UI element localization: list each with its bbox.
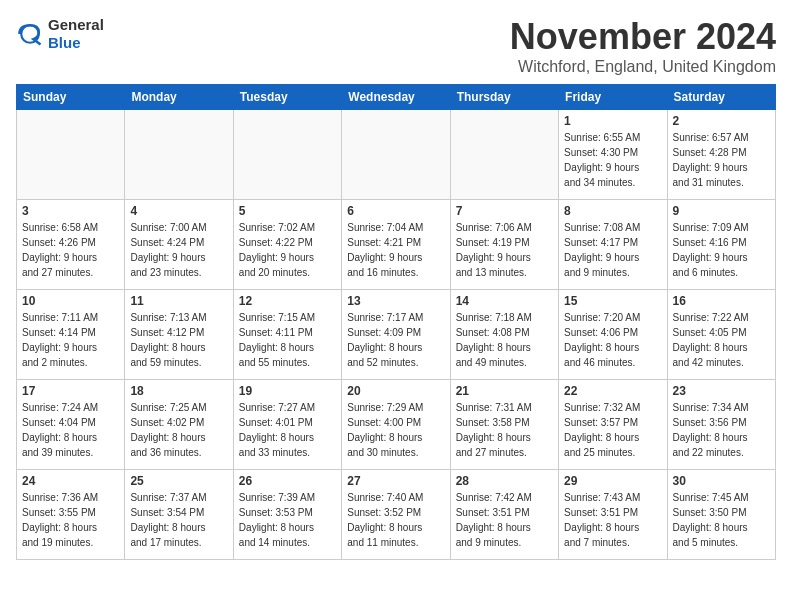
calendar-cell: 16Sunrise: 7:22 AM Sunset: 4:05 PM Dayli…: [667, 290, 775, 380]
calendar-cell: 13Sunrise: 7:17 AM Sunset: 4:09 PM Dayli…: [342, 290, 450, 380]
day-info: Sunrise: 7:42 AM Sunset: 3:51 PM Dayligh…: [456, 490, 553, 550]
calendar-cell: 14Sunrise: 7:18 AM Sunset: 4:08 PM Dayli…: [450, 290, 558, 380]
day-info: Sunrise: 7:36 AM Sunset: 3:55 PM Dayligh…: [22, 490, 119, 550]
calendar-cell: [233, 110, 341, 200]
day-number: 5: [239, 204, 336, 218]
day-number: 15: [564, 294, 661, 308]
day-info: Sunrise: 7:34 AM Sunset: 3:56 PM Dayligh…: [673, 400, 770, 460]
weekday-header: Sunday: [17, 85, 125, 110]
calendar-cell: 6Sunrise: 7:04 AM Sunset: 4:21 PM Daylig…: [342, 200, 450, 290]
calendar-cell: 20Sunrise: 7:29 AM Sunset: 4:00 PM Dayli…: [342, 380, 450, 470]
day-info: Sunrise: 7:00 AM Sunset: 4:24 PM Dayligh…: [130, 220, 227, 280]
day-number: 28: [456, 474, 553, 488]
day-number: 19: [239, 384, 336, 398]
calendar-cell: [125, 110, 233, 200]
day-number: 4: [130, 204, 227, 218]
day-info: Sunrise: 7:15 AM Sunset: 4:11 PM Dayligh…: [239, 310, 336, 370]
calendar-cell: 7Sunrise: 7:06 AM Sunset: 4:19 PM Daylig…: [450, 200, 558, 290]
day-info: Sunrise: 7:11 AM Sunset: 4:14 PM Dayligh…: [22, 310, 119, 370]
calendar-cell: 30Sunrise: 7:45 AM Sunset: 3:50 PM Dayli…: [667, 470, 775, 560]
calendar-cell: 18Sunrise: 7:25 AM Sunset: 4:02 PM Dayli…: [125, 380, 233, 470]
calendar-cell: 19Sunrise: 7:27 AM Sunset: 4:01 PM Dayli…: [233, 380, 341, 470]
day-number: 12: [239, 294, 336, 308]
calendar-cell: 12Sunrise: 7:15 AM Sunset: 4:11 PM Dayli…: [233, 290, 341, 380]
day-info: Sunrise: 6:58 AM Sunset: 4:26 PM Dayligh…: [22, 220, 119, 280]
calendar-cell: 5Sunrise: 7:02 AM Sunset: 4:22 PM Daylig…: [233, 200, 341, 290]
calendar-cell: 15Sunrise: 7:20 AM Sunset: 4:06 PM Dayli…: [559, 290, 667, 380]
day-number: 14: [456, 294, 553, 308]
day-number: 7: [456, 204, 553, 218]
day-info: Sunrise: 7:37 AM Sunset: 3:54 PM Dayligh…: [130, 490, 227, 550]
day-info: Sunrise: 7:43 AM Sunset: 3:51 PM Dayligh…: [564, 490, 661, 550]
calendar-week-row: 17Sunrise: 7:24 AM Sunset: 4:04 PM Dayli…: [17, 380, 776, 470]
day-info: Sunrise: 7:17 AM Sunset: 4:09 PM Dayligh…: [347, 310, 444, 370]
calendar-cell: 27Sunrise: 7:40 AM Sunset: 3:52 PM Dayli…: [342, 470, 450, 560]
calendar-cell: 26Sunrise: 7:39 AM Sunset: 3:53 PM Dayli…: [233, 470, 341, 560]
calendar-cell: 3Sunrise: 6:58 AM Sunset: 4:26 PM Daylig…: [17, 200, 125, 290]
day-info: Sunrise: 7:06 AM Sunset: 4:19 PM Dayligh…: [456, 220, 553, 280]
calendar-cell: 4Sunrise: 7:00 AM Sunset: 4:24 PM Daylig…: [125, 200, 233, 290]
day-number: 30: [673, 474, 770, 488]
calendar-cell: 1Sunrise: 6:55 AM Sunset: 4:30 PM Daylig…: [559, 110, 667, 200]
calendar-cell: 23Sunrise: 7:34 AM Sunset: 3:56 PM Dayli…: [667, 380, 775, 470]
weekday-header: Thursday: [450, 85, 558, 110]
day-number: 8: [564, 204, 661, 218]
day-number: 9: [673, 204, 770, 218]
weekday-header: Wednesday: [342, 85, 450, 110]
weekday-header: Tuesday: [233, 85, 341, 110]
calendar-cell: [342, 110, 450, 200]
day-number: 18: [130, 384, 227, 398]
calendar-week-row: 3Sunrise: 6:58 AM Sunset: 4:26 PM Daylig…: [17, 200, 776, 290]
day-info: Sunrise: 7:02 AM Sunset: 4:22 PM Dayligh…: [239, 220, 336, 280]
day-info: Sunrise: 7:22 AM Sunset: 4:05 PM Dayligh…: [673, 310, 770, 370]
day-number: 6: [347, 204, 444, 218]
day-info: Sunrise: 7:25 AM Sunset: 4:02 PM Dayligh…: [130, 400, 227, 460]
calendar-cell: 29Sunrise: 7:43 AM Sunset: 3:51 PM Dayli…: [559, 470, 667, 560]
day-info: Sunrise: 7:08 AM Sunset: 4:17 PM Dayligh…: [564, 220, 661, 280]
day-number: 1: [564, 114, 661, 128]
day-info: Sunrise: 7:20 AM Sunset: 4:06 PM Dayligh…: [564, 310, 661, 370]
calendar-cell: 21Sunrise: 7:31 AM Sunset: 3:58 PM Dayli…: [450, 380, 558, 470]
calendar-cell: 28Sunrise: 7:42 AM Sunset: 3:51 PM Dayli…: [450, 470, 558, 560]
calendar-cell: 2Sunrise: 6:57 AM Sunset: 4:28 PM Daylig…: [667, 110, 775, 200]
calendar-cell: 10Sunrise: 7:11 AM Sunset: 4:14 PM Dayli…: [17, 290, 125, 380]
location-title: Witchford, England, United Kingdom: [510, 58, 776, 76]
day-number: 3: [22, 204, 119, 218]
day-info: Sunrise: 7:04 AM Sunset: 4:21 PM Dayligh…: [347, 220, 444, 280]
day-number: 23: [673, 384, 770, 398]
calendar-cell: [17, 110, 125, 200]
calendar-table: SundayMondayTuesdayWednesdayThursdayFrid…: [16, 84, 776, 560]
day-info: Sunrise: 6:57 AM Sunset: 4:28 PM Dayligh…: [673, 130, 770, 190]
calendar-cell: [450, 110, 558, 200]
calendar-cell: 8Sunrise: 7:08 AM Sunset: 4:17 PM Daylig…: [559, 200, 667, 290]
logo-text: General Blue: [48, 16, 104, 52]
weekday-header: Monday: [125, 85, 233, 110]
day-number: 24: [22, 474, 119, 488]
day-number: 16: [673, 294, 770, 308]
day-number: 17: [22, 384, 119, 398]
day-number: 21: [456, 384, 553, 398]
day-info: Sunrise: 7:13 AM Sunset: 4:12 PM Dayligh…: [130, 310, 227, 370]
weekday-header: Saturday: [667, 85, 775, 110]
day-info: Sunrise: 7:40 AM Sunset: 3:52 PM Dayligh…: [347, 490, 444, 550]
day-number: 13: [347, 294, 444, 308]
day-info: Sunrise: 7:31 AM Sunset: 3:58 PM Dayligh…: [456, 400, 553, 460]
day-info: Sunrise: 7:09 AM Sunset: 4:16 PM Dayligh…: [673, 220, 770, 280]
svg-point-0: [21, 25, 39, 43]
day-info: Sunrise: 7:39 AM Sunset: 3:53 PM Dayligh…: [239, 490, 336, 550]
day-info: Sunrise: 7:18 AM Sunset: 4:08 PM Dayligh…: [456, 310, 553, 370]
day-number: 10: [22, 294, 119, 308]
day-number: 25: [130, 474, 227, 488]
day-info: Sunrise: 7:32 AM Sunset: 3:57 PM Dayligh…: [564, 400, 661, 460]
calendar-cell: 17Sunrise: 7:24 AM Sunset: 4:04 PM Dayli…: [17, 380, 125, 470]
weekday-header: Friday: [559, 85, 667, 110]
calendar-week-row: 10Sunrise: 7:11 AM Sunset: 4:14 PM Dayli…: [17, 290, 776, 380]
day-number: 22: [564, 384, 661, 398]
day-info: Sunrise: 6:55 AM Sunset: 4:30 PM Dayligh…: [564, 130, 661, 190]
day-number: 20: [347, 384, 444, 398]
day-info: Sunrise: 7:45 AM Sunset: 3:50 PM Dayligh…: [673, 490, 770, 550]
day-number: 11: [130, 294, 227, 308]
logo-icon: [16, 20, 44, 48]
calendar-cell: 22Sunrise: 7:32 AM Sunset: 3:57 PM Dayli…: [559, 380, 667, 470]
calendar-body: 1Sunrise: 6:55 AM Sunset: 4:30 PM Daylig…: [17, 110, 776, 560]
